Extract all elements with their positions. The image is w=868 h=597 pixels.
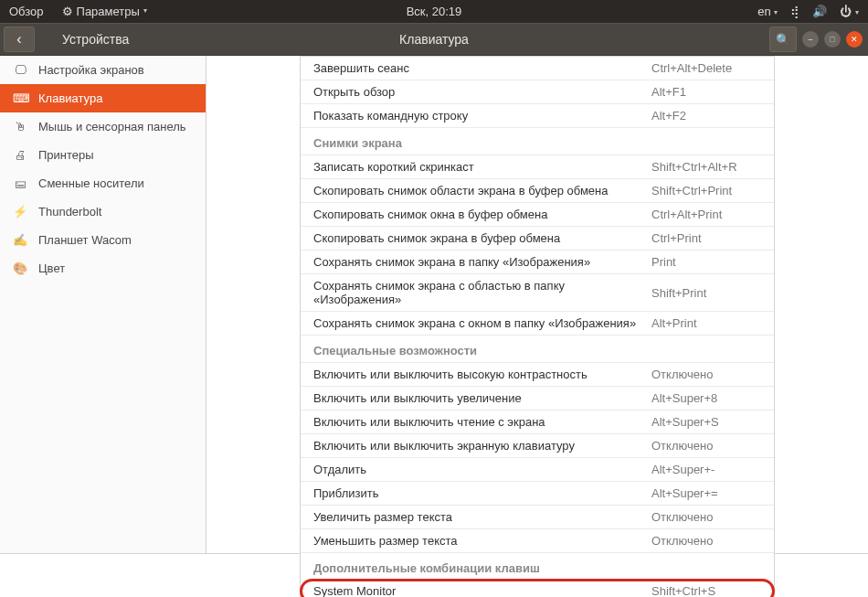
search-icon: 🔍 xyxy=(776,33,790,47)
sidebar-item-label: Принтеры xyxy=(38,148,94,162)
shortcut-row[interactable]: Увеличить размер текстаОтключено xyxy=(301,505,774,528)
sidebar-item-color[interactable]: 🎨 Цвет xyxy=(0,254,206,283)
sidebar-item-label: Настройка экранов xyxy=(38,63,144,77)
bolt-icon: ⚡ xyxy=(13,205,27,219)
shortcut-row[interactable]: Сохранять снимок экрана с областью в пап… xyxy=(301,273,774,311)
shortcut-row[interactable]: Уменьшить размер текстаОтключено xyxy=(301,528,774,552)
section-header-a11y: Специальные возможности xyxy=(301,335,774,362)
shortcut-row[interactable]: ПриблизитьAlt+Super+= xyxy=(301,481,774,505)
printer-icon: 🖨 xyxy=(13,148,27,162)
shortcut-row[interactable]: Скопировать снимок экрана в буфер обмена… xyxy=(301,226,774,250)
shortcut-row[interactable]: Записать короткий скринкастShift+Ctrl+Al… xyxy=(301,155,774,178)
shortcut-row[interactable]: Включить или выключить увеличениеAlt+Sup… xyxy=(301,386,774,410)
window-close-button[interactable]: ✕ xyxy=(846,31,863,48)
content-area: Завершить сеанс Ctrl+Alt+Delete Открыть … xyxy=(206,56,868,553)
sidebar-item-thunderbolt[interactable]: ⚡ Thunderbolt xyxy=(0,197,206,226)
sidebar-item-keyboard[interactable]: ⌨ Клавиатура xyxy=(0,84,206,112)
mouse-icon: 🖱 xyxy=(13,120,27,133)
sidebar-item-label: Thunderbolt xyxy=(38,205,101,219)
sidebar-item-label: Клавиатура xyxy=(38,91,102,105)
panel-clock[interactable]: Вск, 20:19 xyxy=(407,5,462,18)
shortcut-row[interactable]: Показать командную строку Alt+F2 xyxy=(301,103,774,127)
shortcut-row[interactable]: Скопировать снимок области экрана в буфе… xyxy=(301,178,774,202)
sidebar-item-label: Сменные носители xyxy=(38,176,144,190)
gear-icon: ⚙ xyxy=(62,5,73,18)
page-title: Клавиатура xyxy=(399,32,469,47)
shortcuts-panel: Завершить сеанс Ctrl+Alt+Delete Открыть … xyxy=(300,56,775,597)
activities-button[interactable]: Обзор xyxy=(0,5,53,18)
network-icon[interactable]: ⢾ xyxy=(790,5,799,17)
window-minimize-button[interactable]: – xyxy=(802,31,819,48)
window-header: ‹ Устройства Клавиатура 🔍 – □ ✕ xyxy=(0,23,868,56)
volume-icon[interactable]: 🔊 xyxy=(812,5,827,17)
shortcut-row[interactable]: Открыть обзор Alt+F1 xyxy=(301,80,774,103)
shortcut-row[interactable]: Включить или выключить чтение с экранаAl… xyxy=(301,410,774,433)
dropdown-icon: ▾ xyxy=(143,6,147,15)
shortcut-row[interactable]: Сохранять снимок экрана в папку «Изображ… xyxy=(301,250,774,273)
media-icon: 🖴 xyxy=(13,176,27,190)
shortcut-row[interactable]: Завершить сеанс Ctrl+Alt+Delete xyxy=(301,57,774,80)
sidebar-item-printers[interactable]: 🖨 Принтеры xyxy=(0,141,206,169)
sidebar-item-mouse[interactable]: 🖱 Мышь и сенсорная панель xyxy=(0,112,206,141)
power-icon[interactable]: ⏻ ▾ xyxy=(840,5,859,17)
keyboard-icon: ⌨ xyxy=(13,91,27,105)
sidebar-item-removable[interactable]: 🖴 Сменные носители xyxy=(0,169,206,197)
display-icon: 🖵 xyxy=(13,63,27,77)
section-header-screenshots: Снимки экрана xyxy=(301,127,774,155)
lang-indicator[interactable]: en ▾ xyxy=(757,5,778,17)
top-panel: Обзор ⚙ Параметры ▾ Вск, 20:19 en ▾ ⢾ 🔊 … xyxy=(0,0,868,23)
sidebar-item-label: Мышь и сенсорная панель xyxy=(38,120,186,133)
shortcut-row[interactable]: Включить или выключить высокую контрастн… xyxy=(301,362,774,386)
app-menu-label: Параметры xyxy=(77,5,140,18)
shortcut-row[interactable]: Скопировать снимок окна в буфер обменаCt… xyxy=(301,202,774,226)
custom-shortcut-row[interactable]: System Monitor Shift+Ctrl+S xyxy=(300,579,775,597)
sidebar-item-wacom[interactable]: ✍ Планшет Wacom xyxy=(0,226,206,254)
header-section-title: Устройства xyxy=(62,32,129,47)
app-menu-button[interactable]: ⚙ Параметры ▾ xyxy=(57,5,153,18)
search-button[interactable]: 🔍 xyxy=(769,27,797,52)
section-header-custom: Дополнительные комбинации клавиш xyxy=(301,552,774,580)
sidebar-item-label: Цвет xyxy=(38,261,65,275)
color-icon: 🎨 xyxy=(13,261,27,275)
sidebar-item-displays[interactable]: 🖵 Настройка экранов xyxy=(0,56,206,84)
window-maximize-button[interactable]: □ xyxy=(824,31,841,48)
back-button[interactable]: ‹ xyxy=(4,27,35,52)
sidebar: 🖵 Настройка экранов ⌨ Клавиатура 🖱 Мышь … xyxy=(0,56,206,553)
shortcut-row[interactable]: ОтдалитьAlt+Super+- xyxy=(301,457,774,481)
shortcut-row[interactable]: Включить или выключить экранную клавиату… xyxy=(301,433,774,457)
sidebar-item-label: Планшет Wacom xyxy=(38,233,132,247)
shortcut-row[interactable]: Сохранять снимок экрана с окном в папку … xyxy=(301,311,774,335)
tablet-icon: ✍ xyxy=(13,233,27,247)
